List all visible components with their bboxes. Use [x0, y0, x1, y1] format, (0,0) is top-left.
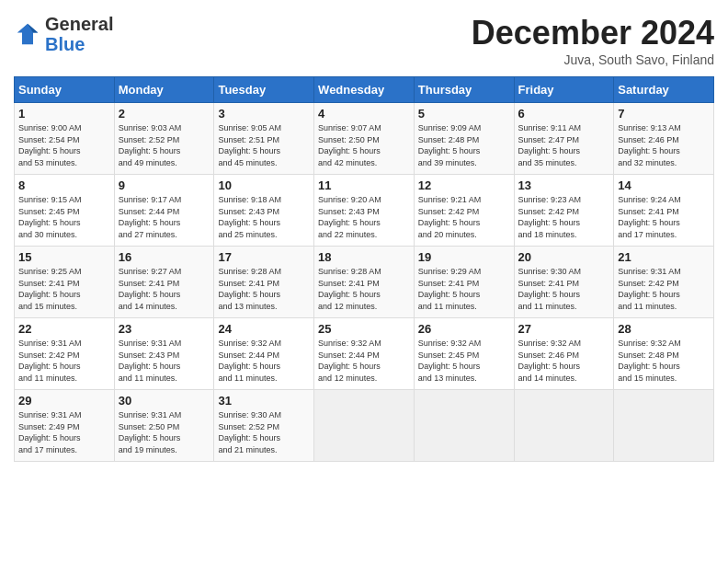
calendar-table: SundayMondayTuesdayWednesdayThursdayFrid… — [14, 76, 714, 462]
calendar-week-row: 8Sunrise: 9:15 AM Sunset: 2:45 PM Daylig… — [15, 175, 714, 247]
day-number: 13 — [518, 178, 610, 192]
day-info: Sunrise: 9:20 AM Sunset: 2:43 PM Dayligh… — [318, 194, 410, 240]
day-number: 1 — [18, 107, 110, 121]
header: General Blue December 2024 Juva, South S… — [14, 14, 714, 67]
calendar-cell: 14Sunrise: 9:24 AM Sunset: 2:41 PM Dayli… — [614, 175, 714, 247]
day-number: 27 — [518, 322, 610, 336]
day-info: Sunrise: 9:32 AM Sunset: 2:44 PM Dayligh… — [218, 338, 310, 384]
day-info: Sunrise: 9:31 AM Sunset: 2:43 PM Dayligh… — [119, 338, 210, 384]
calendar-cell — [614, 390, 714, 462]
day-number: 18 — [318, 250, 410, 264]
calendar-cell: 11Sunrise: 9:20 AM Sunset: 2:43 PM Dayli… — [314, 175, 415, 247]
day-number: 16 — [119, 250, 210, 264]
day-info: Sunrise: 9:15 AM Sunset: 2:45 PM Dayligh… — [18, 194, 110, 240]
logo-icon — [14, 20, 41, 48]
day-info: Sunrise: 9:07 AM Sunset: 2:50 PM Dayligh… — [318, 122, 410, 168]
weekday-header-row: SundayMondayTuesdayWednesdayThursdayFrid… — [15, 77, 714, 103]
day-number: 4 — [318, 107, 410, 121]
calendar-cell: 2Sunrise: 9:03 AM Sunset: 2:52 PM Daylig… — [114, 103, 214, 175]
calendar-cell — [514, 390, 614, 462]
logo-blue-text: Blue — [45, 34, 85, 54]
calendar-cell: 1Sunrise: 9:00 AM Sunset: 2:54 PM Daylig… — [15, 103, 115, 175]
day-info: Sunrise: 9:25 AM Sunset: 2:41 PM Dayligh… — [18, 266, 110, 312]
day-info: Sunrise: 9:18 AM Sunset: 2:43 PM Dayligh… — [218, 194, 310, 240]
calendar-cell: 20Sunrise: 9:30 AM Sunset: 2:41 PM Dayli… — [514, 247, 614, 318]
day-number: 23 — [119, 322, 210, 336]
calendar-cell: 6Sunrise: 9:11 AM Sunset: 2:47 PM Daylig… — [514, 103, 614, 175]
calendar-cell: 7Sunrise: 9:13 AM Sunset: 2:46 PM Daylig… — [614, 103, 714, 175]
weekday-header-sunday: Sunday — [15, 77, 115, 103]
calendar-cell: 19Sunrise: 9:29 AM Sunset: 2:41 PM Dayli… — [414, 247, 514, 318]
calendar-cell: 26Sunrise: 9:32 AM Sunset: 2:45 PM Dayli… — [414, 318, 514, 390]
location-text: Juva, South Savo, Finland — [472, 52, 714, 67]
day-number: 31 — [218, 394, 310, 408]
logo-general-text: General — [45, 14, 113, 34]
calendar-cell: 9Sunrise: 9:17 AM Sunset: 2:44 PM Daylig… — [114, 175, 214, 247]
day-info: Sunrise: 9:17 AM Sunset: 2:44 PM Dayligh… — [119, 194, 210, 240]
weekday-header-wednesday: Wednesday — [314, 77, 415, 103]
day-info: Sunrise: 9:27 AM Sunset: 2:41 PM Dayligh… — [119, 266, 210, 312]
day-number: 14 — [618, 178, 710, 192]
day-number: 12 — [418, 178, 510, 192]
day-info: Sunrise: 9:30 AM Sunset: 2:52 PM Dayligh… — [218, 409, 310, 455]
calendar-cell: 21Sunrise: 9:31 AM Sunset: 2:42 PM Dayli… — [614, 247, 714, 318]
day-number: 8 — [18, 178, 110, 192]
day-number: 25 — [318, 322, 410, 336]
day-info: Sunrise: 9:31 AM Sunset: 2:42 PM Dayligh… — [18, 338, 110, 384]
day-info: Sunrise: 9:21 AM Sunset: 2:42 PM Dayligh… — [418, 194, 510, 240]
day-info: Sunrise: 9:05 AM Sunset: 2:51 PM Dayligh… — [218, 122, 310, 168]
calendar-cell: 12Sunrise: 9:21 AM Sunset: 2:42 PM Dayli… — [414, 175, 514, 247]
day-number: 9 — [119, 178, 210, 192]
weekday-header-thursday: Thursday — [414, 77, 514, 103]
calendar-cell: 24Sunrise: 9:32 AM Sunset: 2:44 PM Dayli… — [214, 318, 314, 390]
calendar-cell: 28Sunrise: 9:32 AM Sunset: 2:48 PM Dayli… — [614, 318, 714, 390]
day-info: Sunrise: 9:11 AM Sunset: 2:47 PM Dayligh… — [518, 122, 610, 168]
day-number: 21 — [618, 250, 710, 264]
day-number: 20 — [518, 250, 610, 264]
day-info: Sunrise: 9:31 AM Sunset: 2:49 PM Dayligh… — [18, 409, 110, 455]
day-info: Sunrise: 9:32 AM Sunset: 2:45 PM Dayligh… — [418, 338, 510, 384]
day-info: Sunrise: 9:28 AM Sunset: 2:41 PM Dayligh… — [218, 266, 310, 312]
calendar-cell: 4Sunrise: 9:07 AM Sunset: 2:50 PM Daylig… — [314, 103, 415, 175]
calendar-week-row: 15Sunrise: 9:25 AM Sunset: 2:41 PM Dayli… — [15, 247, 714, 318]
calendar-cell: 13Sunrise: 9:23 AM Sunset: 2:42 PM Dayli… — [514, 175, 614, 247]
day-number: 19 — [418, 250, 510, 264]
day-number: 17 — [218, 250, 310, 264]
day-info: Sunrise: 9:31 AM Sunset: 2:50 PM Dayligh… — [119, 409, 210, 455]
logo: General Blue — [14, 14, 113, 54]
calendar-week-row: 1Sunrise: 9:00 AM Sunset: 2:54 PM Daylig… — [15, 103, 714, 175]
day-number: 26 — [418, 322, 510, 336]
svg-marker-0 — [17, 24, 39, 45]
weekday-header-friday: Friday — [514, 77, 614, 103]
calendar-cell: 3Sunrise: 9:05 AM Sunset: 2:51 PM Daylig… — [214, 103, 314, 175]
day-info: Sunrise: 9:30 AM Sunset: 2:41 PM Dayligh… — [518, 266, 610, 312]
day-number: 15 — [18, 250, 110, 264]
page-container: General Blue December 2024 Juva, South S… — [0, 0, 728, 471]
day-number: 3 — [218, 107, 310, 121]
calendar-cell: 23Sunrise: 9:31 AM Sunset: 2:43 PM Dayli… — [114, 318, 214, 390]
day-number: 28 — [618, 322, 710, 336]
day-number: 30 — [119, 394, 210, 408]
day-info: Sunrise: 9:29 AM Sunset: 2:41 PM Dayligh… — [418, 266, 510, 312]
day-number: 5 — [418, 107, 510, 121]
weekday-header-tuesday: Tuesday — [214, 77, 314, 103]
weekday-header-saturday: Saturday — [614, 77, 714, 103]
calendar-cell: 29Sunrise: 9:31 AM Sunset: 2:49 PM Dayli… — [15, 390, 115, 462]
calendar-cell: 27Sunrise: 9:32 AM Sunset: 2:46 PM Dayli… — [514, 318, 614, 390]
day-info: Sunrise: 9:00 AM Sunset: 2:54 PM Dayligh… — [18, 122, 110, 168]
calendar-week-row: 29Sunrise: 9:31 AM Sunset: 2:49 PM Dayli… — [15, 390, 714, 462]
day-number: 24 — [218, 322, 310, 336]
day-number: 22 — [18, 322, 110, 336]
day-number: 29 — [18, 394, 110, 408]
calendar-cell: 22Sunrise: 9:31 AM Sunset: 2:42 PM Dayli… — [15, 318, 115, 390]
day-info: Sunrise: 9:32 AM Sunset: 2:44 PM Dayligh… — [318, 338, 410, 384]
day-info: Sunrise: 9:09 AM Sunset: 2:48 PM Dayligh… — [418, 122, 510, 168]
day-info: Sunrise: 9:24 AM Sunset: 2:41 PM Dayligh… — [618, 194, 710, 240]
weekday-header-monday: Monday — [114, 77, 214, 103]
calendar-week-row: 22Sunrise: 9:31 AM Sunset: 2:42 PM Dayli… — [15, 318, 714, 390]
calendar-cell: 8Sunrise: 9:15 AM Sunset: 2:45 PM Daylig… — [15, 175, 115, 247]
day-info: Sunrise: 9:32 AM Sunset: 2:48 PM Dayligh… — [618, 338, 710, 384]
calendar-cell: 16Sunrise: 9:27 AM Sunset: 2:41 PM Dayli… — [114, 247, 214, 318]
calendar-cell — [314, 390, 415, 462]
day-info: Sunrise: 9:13 AM Sunset: 2:46 PM Dayligh… — [618, 122, 710, 168]
